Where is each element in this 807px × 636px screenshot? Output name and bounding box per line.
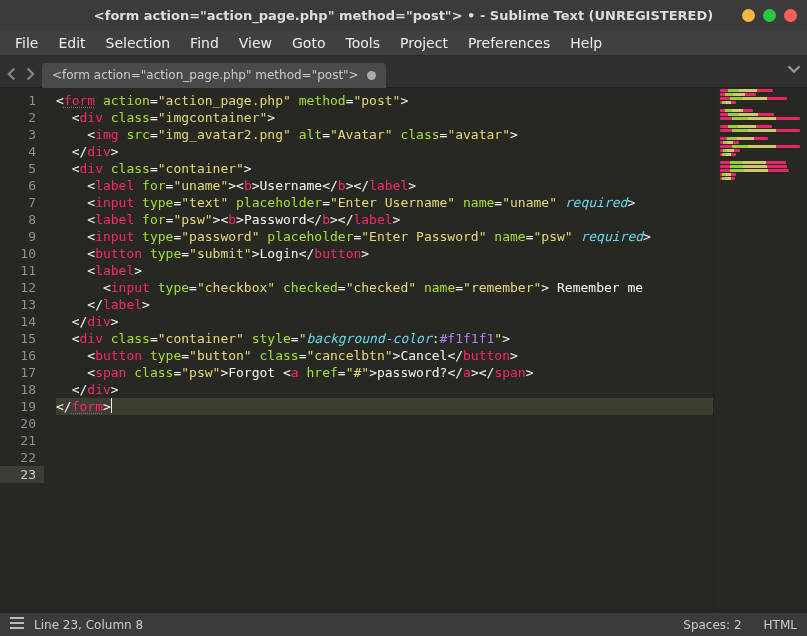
- menu-tools[interactable]: Tools: [336, 32, 389, 54]
- minimap-row: [720, 169, 789, 172]
- tab-label: <form action="action_page.php" method="p…: [52, 68, 359, 82]
- menu-help[interactable]: Help: [561, 32, 611, 54]
- line-number[interactable]: 13: [0, 296, 36, 313]
- fold-gutter[interactable]: [44, 88, 54, 612]
- code-line[interactable]: </div>: [56, 381, 713, 398]
- active-tab[interactable]: <form action="action_page.php" method="p…: [42, 63, 386, 88]
- minimap-row: [720, 177, 735, 180]
- line-number[interactable]: 8: [0, 211, 36, 228]
- menu-selection[interactable]: Selection: [97, 32, 180, 54]
- line-number[interactable]: 17: [0, 364, 36, 381]
- line-number[interactable]: 21: [0, 432, 36, 449]
- maximize-button[interactable]: [763, 9, 776, 22]
- code-line[interactable]: <span class="psw">Forgot <a href="#">pas…: [56, 364, 713, 381]
- code-line[interactable]: </div>: [56, 313, 713, 330]
- line-number[interactable]: 16: [0, 347, 36, 364]
- syntax-setting[interactable]: HTML: [764, 618, 797, 632]
- minimap-row: [720, 137, 768, 140]
- minimap-row: [720, 153, 736, 156]
- cursor-position[interactable]: Line 23, Column 8: [34, 618, 143, 632]
- minimap[interactable]: [713, 88, 807, 612]
- dirty-indicator-icon: [367, 71, 376, 80]
- minimap-row: [720, 145, 800, 148]
- code-line[interactable]: <div class="container">: [56, 160, 713, 177]
- line-number[interactable]: 1: [0, 92, 36, 109]
- panel-switcher-icon[interactable]: [10, 617, 24, 632]
- code-line[interactable]: <input type="checkbox" checked="checked"…: [56, 279, 713, 296]
- menu-goto[interactable]: Goto: [283, 32, 334, 54]
- code-line[interactable]: <div class="imgcontainer">: [56, 109, 713, 126]
- cursor: [111, 398, 112, 413]
- line-number[interactable]: 3: [0, 126, 36, 143]
- minimap-row: [720, 101, 736, 104]
- nav-forward-button[interactable]: [22, 67, 36, 81]
- indentation-setting[interactable]: Spaces: 2: [683, 618, 741, 632]
- line-number[interactable]: 5: [0, 160, 36, 177]
- line-number[interactable]: 22: [0, 449, 36, 466]
- minimap-row: [720, 129, 800, 132]
- line-number[interactable]: 20: [0, 415, 36, 432]
- code-line[interactable]: <input type="text" placeholder="Enter Us…: [56, 194, 713, 211]
- menu-edit[interactable]: Edit: [49, 32, 94, 54]
- svg-rect-1: [10, 622, 24, 624]
- line-number[interactable]: 18: [0, 381, 36, 398]
- line-number[interactable]: 19: [0, 398, 36, 415]
- minimap-row: [720, 173, 736, 176]
- editor: 1234567891011121314151617181920212223 <f…: [0, 88, 807, 612]
- traffic-lights: [742, 9, 797, 22]
- status-bar: Line 23, Column 8 Spaces: 2 HTML: [0, 612, 807, 636]
- window-titlebar: <form action="action_page.php" method="p…: [0, 0, 807, 30]
- code-line[interactable]: <label for="psw"><b>Password</b></label>: [56, 211, 713, 228]
- tab-bar: <form action="action_page.php" method="p…: [0, 56, 807, 88]
- code-line[interactable]: </div>: [56, 143, 713, 160]
- minimap-row: [720, 97, 787, 100]
- line-number[interactable]: 10: [0, 245, 36, 262]
- line-number[interactable]: 9: [0, 228, 36, 245]
- tab-overflow-button[interactable]: [787, 62, 801, 79]
- minimap-row: [720, 141, 739, 144]
- minimap-row: [720, 93, 756, 96]
- code-line[interactable]: <div class="container" style="background…: [56, 330, 713, 347]
- window-title: <form action="action_page.php" method="p…: [94, 8, 713, 23]
- minimap-row: [720, 109, 753, 112]
- minimap-row: [720, 125, 772, 128]
- code-line[interactable]: <button type="submit">Login</button>: [56, 245, 713, 262]
- line-number[interactable]: 2: [0, 109, 36, 126]
- code-line[interactable]: </form>: [56, 398, 713, 415]
- close-button[interactable]: [784, 9, 797, 22]
- menu-file[interactable]: File: [6, 32, 47, 54]
- line-number[interactable]: 23: [0, 466, 44, 483]
- minimap-row: [720, 117, 800, 120]
- menu-view[interactable]: View: [230, 32, 281, 54]
- code-area[interactable]: <form action="action_page.php" method="p…: [54, 88, 713, 612]
- line-number-gutter[interactable]: 1234567891011121314151617181920212223: [0, 88, 44, 612]
- line-number[interactable]: 12: [0, 279, 36, 296]
- minimap-row: [720, 149, 740, 152]
- minimap-row: [720, 165, 787, 168]
- line-number[interactable]: 14: [0, 313, 36, 330]
- menu-preferences[interactable]: Preferences: [459, 32, 559, 54]
- line-number[interactable]: 6: [0, 177, 36, 194]
- svg-rect-0: [10, 617, 24, 619]
- svg-rect-2: [10, 627, 24, 629]
- minimap-row: [720, 89, 773, 92]
- code-line[interactable]: </label>: [56, 296, 713, 313]
- nav-back-button[interactable]: [6, 67, 20, 81]
- code-line[interactable]: <input type="password" placeholder="Ente…: [56, 228, 713, 245]
- code-line[interactable]: <img src="img_avatar2.png" alt="Avatar" …: [56, 126, 713, 143]
- line-number[interactable]: 4: [0, 143, 36, 160]
- menu-project[interactable]: Project: [391, 32, 457, 54]
- code-line[interactable]: <label>: [56, 262, 713, 279]
- code-line[interactable]: <label for="uname"><b>Username</b></labe…: [56, 177, 713, 194]
- line-number[interactable]: 11: [0, 262, 36, 279]
- menu-find[interactable]: Find: [181, 32, 228, 54]
- menubar: FileEditSelectionFindViewGotoToolsProjec…: [0, 30, 807, 56]
- minimap-row: [720, 113, 774, 116]
- line-number[interactable]: 7: [0, 194, 36, 211]
- minimap-row: [720, 161, 786, 164]
- minimize-button[interactable]: [742, 9, 755, 22]
- code-line[interactable]: <button type="button" class="cancelbtn">…: [56, 347, 713, 364]
- code-line[interactable]: <form action="action_page.php" method="p…: [56, 92, 713, 109]
- line-number[interactable]: 15: [0, 330, 36, 347]
